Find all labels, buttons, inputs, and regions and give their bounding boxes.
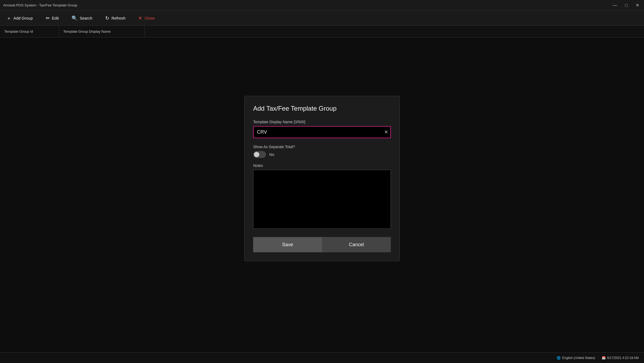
- window-controls: — □ ✕: [611, 2, 641, 8]
- close-icon: ✕: [138, 15, 142, 21]
- refresh-button[interactable]: ↻ Refresh: [103, 14, 128, 22]
- edit-label: Edit: [52, 16, 59, 20]
- notes-label: Notes: [253, 163, 391, 167]
- template-display-name-label: Template Display Name [3/500]: [253, 119, 391, 124]
- language-item: 🌐 English (United States): [557, 356, 595, 360]
- calendar-icon: 📅: [602, 356, 606, 360]
- language-icon: 🌐: [557, 356, 561, 360]
- edit-icon: ✏: [46, 15, 50, 21]
- col-template-group-id: Template Group Id: [0, 26, 59, 37]
- add-group-button[interactable]: ＋ Add Group: [4, 14, 35, 23]
- separate-total-toggle[interactable]: [253, 151, 266, 158]
- toolbar: ＋ Add Group ✏ Edit 🔍 Search ↻ Refresh ✕ …: [0, 11, 644, 26]
- clear-input-button[interactable]: ✕: [384, 129, 388, 135]
- search-label: Search: [80, 16, 92, 20]
- toggle-wrapper: No: [253, 151, 391, 158]
- close-window-button[interactable]: ✕: [634, 2, 641, 8]
- datetime-text: 6/17/2021 4:22:18 AM: [607, 356, 639, 360]
- close-label: Close: [144, 16, 155, 20]
- refresh-icon: ↻: [105, 15, 109, 21]
- dialog-buttons: Save Cancel: [253, 237, 391, 252]
- edit-button[interactable]: ✏ Edit: [44, 14, 61, 22]
- add-template-group-dialog: Add Tax/Fee Template Group Template Disp…: [244, 96, 400, 261]
- cancel-button[interactable]: Cancel: [322, 237, 391, 252]
- template-display-name-input[interactable]: [253, 126, 391, 138]
- refresh-label: Refresh: [111, 16, 126, 20]
- title-bar: Arrowat POS System - Tax/Fee Template Gr…: [0, 0, 644, 11]
- dialog-title: Add Tax/Fee Template Group: [253, 104, 391, 112]
- template-display-name-wrapper: ✕: [253, 126, 391, 138]
- table-header: Template Group Id Template Group Display…: [0, 26, 644, 38]
- notes-textarea[interactable]: [253, 170, 391, 229]
- col-template-group-display-name: Template Group Display Name: [59, 26, 145, 37]
- maximize-button[interactable]: □: [623, 2, 629, 8]
- taskbar: 🌐 English (United States) 📅 6/17/2021 4:…: [0, 352, 644, 363]
- add-icon: ＋: [6, 15, 11, 21]
- window-title: Arrowat POS System - Tax/Fee Template Gr…: [3, 3, 77, 7]
- minimize-button[interactable]: —: [611, 2, 619, 8]
- language-text: English (United States): [562, 356, 595, 360]
- show-as-separate-total-label: Show As Separate Total?: [253, 144, 391, 149]
- toggle-knob: [254, 152, 259, 157]
- add-group-label: Add Group: [13, 16, 33, 20]
- search-icon: 🔍: [72, 15, 77, 21]
- search-button[interactable]: 🔍 Search: [69, 14, 95, 22]
- toggle-state-text: No: [269, 152, 274, 157]
- save-button[interactable]: Save: [253, 237, 322, 252]
- close-button[interactable]: ✕ Close: [136, 14, 157, 22]
- main-content: Add Tax/Fee Template Group Template Disp…: [0, 38, 644, 352]
- datetime-item: 📅 6/17/2021 4:22:18 AM: [602, 356, 639, 360]
